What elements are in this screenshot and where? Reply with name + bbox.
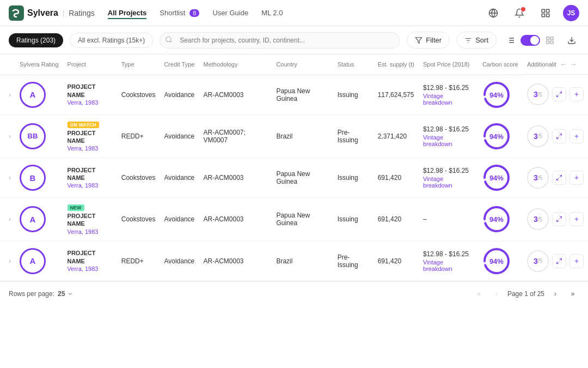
row-project: ON WATCH PROJECT NAME Verra, 1983	[63, 114, 117, 158]
view-toggle-switch[interactable]	[520, 35, 540, 46]
sort-icon	[464, 37, 472, 44]
tab-ratings[interactable]: Ratings (203)	[9, 33, 63, 47]
expand-score-btn[interactable]	[552, 87, 566, 101]
project-name: PROJECT NAME	[68, 129, 113, 145]
svg-line-27	[560, 176, 562, 178]
nav-all-projects[interactable]: All Projects	[108, 7, 147, 19]
search-box	[160, 32, 400, 49]
row-rating: A	[15, 198, 63, 242]
vintage-breakdown-link[interactable]: Vintage breakdown	[423, 93, 474, 106]
col-type: Type	[117, 55, 160, 75]
view-toggle-group	[503, 33, 558, 48]
row-country: Brazil	[272, 114, 333, 158]
project-name: PROJECT NAME	[68, 166, 113, 182]
add-to-shortlist-btn[interactable]	[569, 254, 584, 268]
globe-icon-btn[interactable]	[485, 4, 502, 22]
svg-line-33	[560, 217, 562, 219]
row-status: Issuing	[333, 158, 373, 198]
row-expand[interactable]: ›	[0, 114, 15, 158]
globe-icon	[488, 8, 498, 18]
score-number: 3	[534, 90, 538, 99]
nav-ml[interactable]: ML 2.0	[261, 7, 283, 19]
row-supply: 691,420	[373, 198, 419, 242]
add-to-shortlist-btn[interactable]	[569, 171, 584, 185]
row-price: $12.98 - $16.25 Vintage breakdown	[419, 158, 478, 198]
toolbar: Ratings (203) All excl. Ratings (15k+) F…	[0, 26, 588, 55]
expand-score-btn[interactable]	[552, 129, 566, 143]
filter-button[interactable]: Filter	[407, 32, 450, 49]
nav-user-guide[interactable]: User Guide	[212, 7, 248, 19]
col-spot-price: Spot Price (2018)	[419, 55, 478, 75]
rating-badge: A	[20, 206, 46, 232]
col-sylvera-rating: Sylvera Rating	[15, 55, 63, 75]
score-denom: /5	[538, 175, 542, 181]
notification-btn[interactable]	[511, 4, 528, 22]
row-credit-type: Avoidance	[160, 158, 199, 198]
tab-all-excl-ratings[interactable]: All excl. Ratings (15k+)	[70, 33, 153, 48]
grid-icon-btn[interactable]	[537, 4, 554, 22]
expand-score-btn[interactable]	[552, 171, 566, 185]
project-link[interactable]: Verra, 1983	[68, 266, 99, 272]
first-page-btn[interactable]: «	[473, 287, 486, 300]
score-denom: /5	[538, 258, 542, 264]
row-type: REDD+	[117, 241, 160, 281]
table-header-row: Sylvera Rating Project Type Credit Type …	[0, 55, 588, 75]
header-right: JS	[485, 4, 579, 22]
project-link[interactable]: Verra, 1983	[68, 228, 99, 235]
carbon-circle: 94%	[482, 81, 511, 109]
vintage-breakdown-link[interactable]: Vintage breakdown	[423, 176, 474, 189]
row-expand[interactable]: ›	[0, 158, 15, 198]
row-rating: A	[15, 241, 63, 281]
header: Sylvera | Ratings All Projects Shortlist…	[0, 0, 588, 26]
row-additionality: 3 /5	[523, 114, 588, 158]
rows-per-page-value: 25	[58, 290, 65, 298]
svg-line-28	[556, 178, 559, 180]
svg-rect-5	[542, 14, 544, 16]
score-circle: 3 /5	[527, 250, 549, 272]
row-rating: B	[15, 158, 63, 198]
add-to-shortlist-btn[interactable]	[569, 212, 584, 226]
row-carbon-score: 94%	[478, 114, 523, 158]
row-supply: 691,420	[373, 158, 419, 198]
svg-line-22	[556, 137, 559, 139]
project-name: PROJECT NAME	[68, 249, 113, 265]
grid-view-btn[interactable]	[542, 33, 558, 48]
rows-per-page-select[interactable]: 25	[58, 290, 74, 298]
svg-line-34	[556, 220, 559, 222]
table-row: › A NEW PROJECT NAME Verra, 1983 Cooksto…	[0, 198, 588, 242]
last-page-btn[interactable]: »	[566, 287, 579, 300]
page-nav: « ‹ Page 1 of 25 › »	[473, 287, 579, 300]
user-avatar[interactable]: JS	[563, 5, 579, 21]
expand-score-btn[interactable]	[552, 254, 566, 268]
table-row: › B PROJECT NAME Verra, 1983 Cookstoves …	[0, 158, 588, 198]
search-input[interactable]	[160, 32, 400, 49]
svg-line-16	[556, 95, 559, 97]
row-expand[interactable]: ›	[0, 241, 15, 281]
row-type: Cookstoves	[117, 75, 160, 114]
add-to-shortlist-btn[interactable]	[569, 87, 584, 101]
project-link[interactable]: Verra, 1983	[68, 99, 99, 106]
export-button[interactable]	[564, 33, 579, 48]
row-type: Cookstoves	[117, 198, 160, 242]
svg-rect-3	[547, 9, 549, 12]
expand-score-btn[interactable]	[552, 212, 566, 226]
row-status: Issuing	[333, 198, 373, 242]
row-expand[interactable]: ›	[0, 75, 15, 114]
project-link[interactable]: Verra, 1983	[68, 182, 99, 189]
row-expand[interactable]: ›	[0, 198, 15, 242]
list-view-btn[interactable]	[503, 33, 518, 48]
prev-page-btn[interactable]: ‹	[490, 287, 503, 300]
col-prev-btn[interactable]: ←	[560, 60, 567, 69]
svg-line-21	[560, 134, 562, 136]
row-project: PROJECT NAME Verra, 1983	[63, 241, 117, 281]
vintage-breakdown-link[interactable]: Vintage breakdown	[423, 134, 474, 147]
nav-shortlist[interactable]: Shortlist 8	[160, 7, 199, 19]
sort-button[interactable]: Sort	[456, 32, 497, 49]
project-link[interactable]: Verra, 1983	[68, 145, 99, 152]
vintage-breakdown-link[interactable]: Vintage breakdown	[423, 259, 474, 272]
col-next-btn[interactable]: →	[569, 60, 577, 69]
svg-line-40	[556, 262, 559, 264]
add-to-shortlist-btn[interactable]	[569, 129, 584, 143]
row-additionality: 3 /5	[523, 241, 588, 281]
next-page-btn[interactable]: ›	[549, 287, 562, 300]
